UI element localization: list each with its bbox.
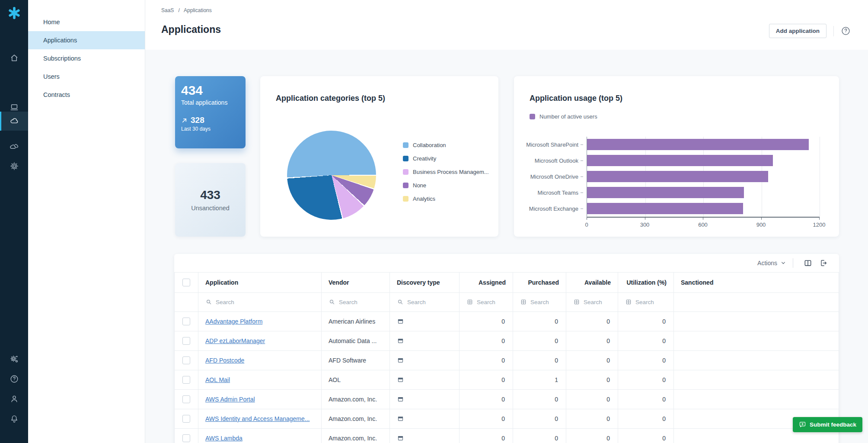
search-placeholder: Search (584, 299, 602, 305)
sidebar-item-contracts[interactable]: Contracts (28, 86, 145, 104)
application-link[interactable]: AOL Mail (205, 376, 230, 383)
submit-feedback-button[interactable]: Submit feedback (793, 417, 862, 432)
add-application-button[interactable]: Add application (769, 24, 827, 38)
search-assigned-input[interactable]: Search (466, 299, 506, 305)
breadcrumb-root[interactable]: SaaS (161, 7, 174, 13)
sidebar-item-home[interactable]: Home (28, 13, 145, 31)
row-checkbox[interactable] (182, 318, 190, 325)
column-header-checkbox[interactable] (175, 273, 198, 292)
unsanctioned-card[interactable]: 433 Unsanctioned (175, 163, 246, 237)
search-placeholder: Search (530, 299, 549, 305)
pie-chart-title: Application categories (top 5) (276, 94, 385, 103)
search-cell-available: Search (566, 292, 618, 311)
cell-vendor: Amazon.com, Inc. (322, 389, 390, 409)
column-header-utilization[interactable]: Utilization (%) (618, 273, 674, 292)
application-link[interactable]: AFD Postcode (205, 357, 244, 364)
column-header-available[interactable]: Available (566, 273, 618, 292)
cell-available: 0 (566, 350, 618, 370)
saas-cloud-icon[interactable] (0, 112, 28, 131)
bar-microsoft-teams (587, 187, 744, 198)
cell-vendor: AOL (322, 370, 390, 389)
main-content: 434 Total applications 328 Last 30 days … (145, 50, 868, 443)
legend-item: Analytics (403, 192, 489, 205)
search-utilization-input[interactable]: Search (625, 299, 667, 305)
search-discovery-input[interactable]: Search (397, 299, 452, 305)
application-link[interactable]: AAdvantage Platform (205, 318, 262, 325)
application-categories-card: Application categories (top 5) Collabora… (260, 76, 498, 237)
application-link[interactable]: ADP ezLaborManager (205, 337, 265, 344)
cell-checkbox (175, 350, 198, 370)
row-checkbox[interactable] (182, 337, 190, 345)
bar-chart-title: Application usage (top 5) (530, 94, 622, 103)
application-link[interactable]: AWS Lambda (205, 435, 243, 442)
column-header-purchased[interactable]: Purchased (513, 273, 566, 292)
search-purchased-input[interactable]: Search (520, 299, 559, 305)
home-icon[interactable] (0, 48, 28, 67)
account-icon[interactable] (0, 389, 28, 408)
actions-label: Actions (757, 260, 777, 266)
sidebar-item-applications[interactable]: Applications (28, 31, 145, 49)
cell-available: 0 (566, 409, 618, 428)
export-icon[interactable] (819, 259, 828, 267)
search-available-input[interactable]: Search (573, 299, 611, 305)
browser-window-icon (397, 415, 452, 422)
column-header-discovery[interactable]: Discovery type (390, 273, 460, 292)
cell-available: 0 (566, 331, 618, 350)
column-header-assigned[interactable]: Assigned (460, 273, 513, 292)
column-header-sanctioned[interactable]: Sanctioned (674, 273, 839, 292)
search-cell-checkbox (175, 292, 198, 311)
sidebar-item-users[interactable]: Users (28, 67, 145, 86)
asterisk-logo[interactable] (0, 3, 28, 22)
table-row: AWS Admin PortalAmazon.com, Inc.0000 (175, 389, 839, 409)
cell-utilization: 0 (618, 428, 674, 443)
page-help-icon[interactable] (841, 26, 851, 36)
nav-list: HomeApplicationsSubscriptionsUsersContra… (28, 0, 145, 104)
search-vendor-input[interactable]: Search (329, 299, 383, 305)
legend-item: None (403, 179, 489, 192)
bar-legend-swatch (530, 114, 535, 119)
table-toolbar: Actions (174, 254, 839, 273)
cell-purchased: 0 (513, 311, 566, 331)
header-checkbox[interactable] (182, 279, 190, 286)
row-checkbox[interactable] (182, 434, 190, 442)
actions-dropdown[interactable]: Actions (757, 260, 786, 266)
total-applications-delta-label: Last 30 days (181, 126, 239, 132)
application-link[interactable]: AWS Admin Portal (205, 396, 255, 403)
cell-checkbox (175, 409, 198, 428)
table-row: AFD PostcodeAFD Software0000 (175, 350, 839, 370)
notifications-icon[interactable] (0, 409, 28, 428)
cell-assigned: 0 (460, 331, 513, 350)
cell-checkbox (175, 331, 198, 350)
columns-icon[interactable] (804, 259, 812, 267)
column-header-application[interactable]: Application (198, 273, 322, 292)
row-checkbox[interactable] (182, 395, 190, 403)
application-link[interactable]: AWS Identity and Access Manageme... (205, 415, 310, 422)
sidebar-item-subscriptions[interactable]: Subscriptions (28, 49, 145, 67)
x-tick-label: 600 (698, 222, 708, 228)
column-header-vendor[interactable]: Vendor (322, 273, 390, 292)
trend-up-icon (181, 117, 188, 124)
cell-application: AAdvantage Platform (198, 311, 322, 331)
cell-application: AWS Admin Portal (198, 389, 322, 409)
header-actions: Add application (769, 24, 851, 38)
cell-assigned: 0 (460, 389, 513, 409)
row-checkbox[interactable] (182, 376, 190, 384)
settings-icon[interactable] (0, 157, 28, 176)
multi-cloud-icon[interactable] (0, 137, 28, 156)
search-application-input[interactable]: Search (205, 299, 314, 305)
table-row: ADP ezLaborManagerAutomatic Data ...0000 (175, 331, 839, 350)
admin-settings-icon[interactable] (0, 350, 28, 369)
cell-discovery (390, 409, 460, 428)
legend-label: Creativity (413, 155, 436, 162)
total-applications-card[interactable]: 434 Total applications 328 Last 30 days (175, 76, 246, 148)
row-checkbox[interactable] (182, 356, 190, 364)
toolbar-divider (793, 258, 793, 268)
legend-item: Creativity (403, 152, 489, 165)
help-icon[interactable] (0, 369, 28, 388)
row-checkbox[interactable] (182, 415, 190, 423)
cell-sanctioned (674, 389, 839, 409)
browser-window-icon (397, 376, 452, 383)
legend-label: Collaboration (413, 142, 446, 148)
cell-discovery (390, 311, 460, 331)
browser-window-icon (397, 318, 452, 325)
